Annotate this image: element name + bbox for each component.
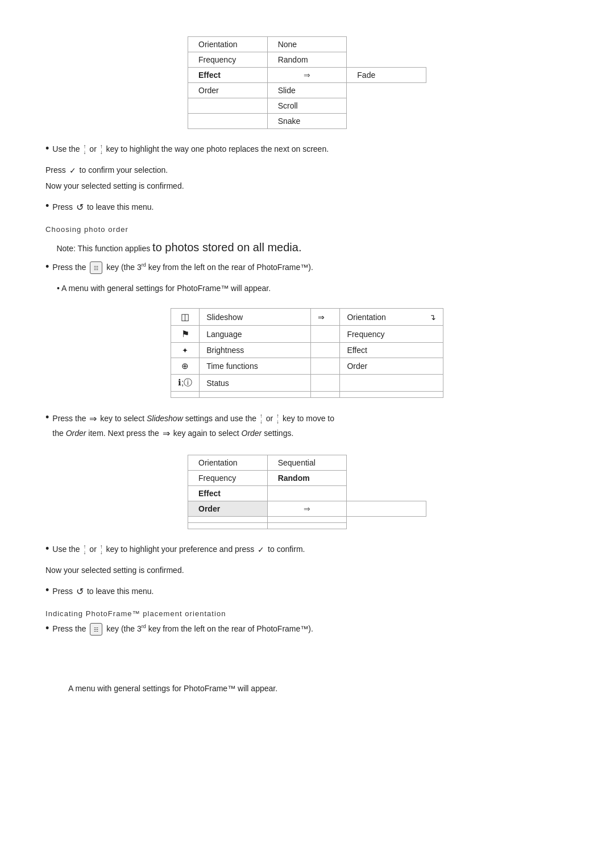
text-highlight-effect: key to highlight the way one photo repla… bbox=[106, 144, 329, 153]
text-press-the: Press the bbox=[52, 263, 86, 272]
bullet-menu-key-1: • Press the ☷ key (the 3rd key from the … bbox=[45, 261, 569, 274]
table-cell: Orientation bbox=[188, 455, 268, 470]
text-highlight-pref: key to highlight your preference and pre… bbox=[106, 545, 255, 554]
menu-key-icon-2: ☷ bbox=[90, 623, 102, 636]
text-the: the bbox=[52, 428, 63, 437]
right-effect: Effect bbox=[340, 343, 443, 358]
label-time: Time functions bbox=[200, 358, 311, 375]
note-all-media: Note: This function applies to photos st… bbox=[45, 238, 569, 256]
icon-cell-time: ⊕ bbox=[171, 358, 200, 375]
table-row: Frequency Random bbox=[188, 470, 426, 485]
label-language: Language bbox=[200, 326, 311, 343]
table-row bbox=[171, 392, 443, 398]
icon-cell-status: ℹ;ⓘ bbox=[171, 375, 200, 392]
empty-arrow bbox=[310, 375, 340, 392]
empty-arrow bbox=[310, 343, 340, 358]
menu-table-wrapper: ◫ Slideshow ⇒ Orientation ↴ ⚑ Language F… bbox=[45, 302, 569, 404]
right-empty-1 bbox=[340, 375, 443, 392]
text-leave-menu: to leave this menu. bbox=[87, 202, 154, 211]
bullet-dot: • bbox=[45, 142, 49, 156]
menu-appears-final: A menu with general settings for PhotoFr… bbox=[68, 682, 569, 695]
label-slideshow: Slideshow bbox=[200, 309, 311, 326]
updown-icon: ↑ ↓ bbox=[83, 144, 86, 155]
right-arrow-icon-2: ⇒ bbox=[163, 426, 170, 441]
bullet-dot-4: • bbox=[45, 410, 49, 425]
updown-icon-5: ↑ ↓ bbox=[83, 544, 86, 555]
bullet-dot-5: • bbox=[45, 542, 49, 556]
table-row: ◫ Slideshow ⇒ Orientation ↴ bbox=[171, 309, 443, 326]
down-arrow-indicator: ↴ bbox=[429, 313, 436, 322]
table-row: Scroll bbox=[188, 98, 426, 114]
effect-table: Orientation None Frequency Random Effect… bbox=[188, 36, 426, 129]
empty-arrow bbox=[310, 326, 340, 343]
table-row: Effect bbox=[188, 485, 426, 501]
bullet-dot-2: • bbox=[45, 199, 49, 213]
bullet-leave-text-2: Press ↺ to leave this menu. bbox=[52, 584, 569, 599]
label-brightness: Brightness bbox=[200, 343, 311, 358]
table-arrow-order: ⇒ bbox=[267, 501, 347, 516]
right-order: Order bbox=[340, 358, 443, 375]
table-arrow-cell: ⇒ bbox=[267, 68, 347, 83]
updown-icon-6: ↑ ↓ bbox=[100, 544, 103, 555]
table-row: Order ⇒ bbox=[188, 501, 426, 516]
updown-icon-3: ↑ ↓ bbox=[260, 413, 263, 425]
table-cell bbox=[267, 522, 347, 529]
icon-cell-empty bbox=[171, 392, 200, 398]
bullet-highlight-text: Use the ↑ ↓ or ↑ ↓ key to highlight your… bbox=[52, 543, 569, 556]
text-press-2: Press bbox=[52, 202, 73, 211]
text-to-confirm: to confirm. bbox=[268, 545, 305, 554]
bullet-updown-effect: • Use the ↑ ↓ or ↑ ↓ key to highlight th… bbox=[45, 143, 569, 156]
section-confirm: Press ✓ to confirm your selection. Now y… bbox=[45, 164, 569, 192]
bullet-dot-3: • bbox=[45, 260, 49, 274]
table-row bbox=[188, 516, 426, 522]
table-row: Orientation Sequential bbox=[188, 455, 426, 470]
right-frequency: Frequency bbox=[340, 326, 443, 343]
right-orientation: Orientation ↴ bbox=[340, 309, 443, 326]
table-row: Order Slide bbox=[188, 83, 426, 98]
table-row: Snake bbox=[188, 114, 426, 129]
table-cell bbox=[267, 516, 347, 522]
table-cell-order: Order bbox=[188, 501, 268, 516]
text-use-the-2: Use the bbox=[52, 545, 80, 554]
note-text-1: Note: This function applies bbox=[56, 244, 150, 253]
text-and-use: settings and use the bbox=[185, 414, 256, 423]
text-settings: settings. bbox=[264, 428, 293, 437]
table-cell: Fade bbox=[347, 68, 426, 83]
text-confirm-selection: to confirm your selection. bbox=[80, 165, 168, 175]
text-confirmed-2: Now your selected setting is confirmed. bbox=[45, 566, 184, 575]
bullet-menu-key-text: Press the ☷ key (the 3rd key from the le… bbox=[52, 261, 569, 274]
order-table: Orientation Sequential Frequency Random … bbox=[188, 455, 426, 529]
table-cell bbox=[188, 114, 268, 129]
bullet-text: Use the ↑ ↓ or ↑ ↓ key to highlight the … bbox=[52, 143, 569, 155]
bullet-highlight-pref: • Use the ↑ ↓ or ↑ ↓ key to highlight yo… bbox=[45, 543, 569, 556]
text-key-to-move: key to move to bbox=[283, 414, 334, 423]
bullet-slideshow-text: Press the ⇒ key to select Slideshow sett… bbox=[52, 412, 569, 441]
text-key-3rd-2: key (the 3 bbox=[106, 624, 141, 633]
spacer bbox=[45, 640, 569, 674]
checkmark-icon: ✓ bbox=[69, 164, 76, 177]
table-cell bbox=[188, 98, 268, 114]
updown-icon-2: ↑ ↓ bbox=[100, 144, 103, 155]
text-menu-appears: A menu with general settings for PhotoFr… bbox=[61, 284, 271, 293]
heading-orientation-text: Indicating PhotoFrame™ placement orienta… bbox=[45, 609, 226, 618]
table-row bbox=[188, 522, 426, 529]
table-cell: Random bbox=[267, 52, 347, 68]
table-cell: Scroll bbox=[267, 98, 347, 114]
back-icon: ↺ bbox=[76, 200, 84, 215]
table-row: ⚑ Language Frequency bbox=[171, 326, 443, 343]
table-cell-random: Random bbox=[267, 470, 347, 485]
bullet-dot-6: • bbox=[45, 583, 49, 597]
text-key-3rd: key (the 3 bbox=[106, 263, 141, 272]
table-cell: Orientation bbox=[188, 37, 268, 52]
table-cell-effect: Effect bbox=[188, 68, 268, 83]
text-next-press: item. Next press the bbox=[88, 428, 159, 437]
section-menu-appears-final: A menu with general settings for PhotoFr… bbox=[45, 682, 569, 695]
confirmed-line-2: Now your selected setting is confirmed. bbox=[45, 564, 569, 576]
table-row: Frequency Random bbox=[188, 52, 426, 68]
icon-cell-slideshow: ◫ bbox=[171, 309, 200, 326]
text-order-em-2: Order bbox=[242, 428, 262, 437]
text-setting-confirmed: Now your selected setting is confirmed. bbox=[45, 181, 184, 190]
icon-cell-brightness: ✦ bbox=[171, 343, 200, 358]
confirmed-line: Now your selected setting is confirmed. bbox=[45, 180, 569, 192]
back-icon-2: ↺ bbox=[76, 584, 84, 599]
